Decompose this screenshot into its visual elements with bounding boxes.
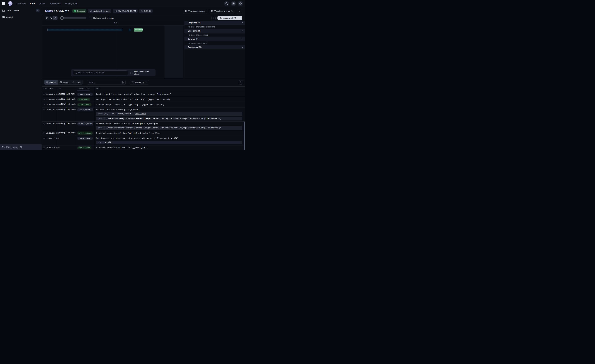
tab-stdout[interactable]: stdout: [58, 80, 70, 84]
zoom-slider[interactable]: [61, 16, 86, 20]
status-section-header[interactable]: Succeeded (1)▶: [184, 45, 245, 49]
run-tag-chip[interactable]: 0:00:01: [139, 9, 153, 13]
sidebar-item-job-default[interactable]: default: [0, 14, 42, 20]
reexecute-all-button[interactable]: Re-execute all (*): [218, 16, 238, 20]
column-header-event-type: EVENT TYPE: [76, 87, 94, 90]
run-header: Runs / a5347ef7 Success multiplied_numbe…: [42, 7, 245, 15]
breadcrumb-runs-link[interactable]: Runs: [45, 9, 53, 13]
nav-assets[interactable]: Assets: [39, 2, 46, 5]
metadata-key: asset_key: [96, 112, 110, 116]
reexecute-dropdown-button[interactable]: ▼: [238, 16, 242, 20]
event-timestamp: 5:12:11.240 PM: [42, 92, 57, 97]
run-tag-chip[interactable]: Mar 21, 5:12:10 PM: [113, 9, 137, 13]
metadata-entry: asset_keymultiplied_number [View Asset]: [96, 112, 242, 116]
event-type-cell: STEP_OUTPUT: [76, 102, 94, 107]
view-asset-link[interactable]: View Asset: [135, 113, 146, 115]
metadata-value: /Users/smackesey/stm/code/elementl/exper…: [105, 118, 223, 120]
chevron-down-icon: [238, 10, 240, 12]
gantt-marker: [129, 28, 131, 31]
gantt-step-bar[interactable]: multipli…: [134, 28, 142, 32]
nav-deployment[interactable]: Deployment: [65, 2, 77, 5]
metadata-entry: path/Users/smackesey/stm/code/elementl/e…: [96, 126, 242, 130]
event-row: 5:12:11.240 PMmultiplied_numberLOADED_IN…: [42, 92, 245, 97]
event-row: 5:12:11.266 PMmultiplied_numberSTEP_SUCC…: [42, 131, 245, 136]
panel-resize-button[interactable]: [211, 16, 216, 20]
gantt-chart[interactable]: 0.5s multipli… Hide unsele: [42, 21, 184, 78]
search-icon: [75, 72, 77, 74]
nav-overview[interactable]: Overview: [17, 2, 26, 5]
menu-icon[interactable]: [2, 2, 5, 5]
copy-icon[interactable]: [219, 118, 221, 120]
sidebar-item-repo[interactable]: 250321-dvers 1: [0, 7, 42, 14]
main-content: Runs / a5347ef7 Success multiplied_numbe…: [42, 7, 245, 150]
event-type-badge: STEP_OUTPUT: [77, 103, 92, 106]
breadcrumb-separator: /: [54, 9, 55, 13]
zoom-slider-handle[interactable]: [60, 16, 64, 20]
event-row: 5:12:11.253 PMmultiplied_numberASSET_MAT…: [42, 107, 245, 122]
tab-stderr[interactable]: stderr: [70, 80, 83, 84]
sidebar-footer: 250321-dvers: [0, 144, 42, 150]
view-asset-lineage-button[interactable]: View asset lineage: [183, 9, 207, 14]
hide-not-started-checkbox[interactable]: Hide not started steps: [90, 17, 114, 19]
events-expand-button[interactable]: [239, 80, 243, 84]
levels-filter-button[interactable]: Levels (5) ▼: [130, 80, 149, 85]
checkbox-icon[interactable]: [131, 72, 133, 74]
path-link[interactable]: /Users/smackesey/stm/code/elementl/exper…: [106, 118, 218, 120]
events-table-body: 5:12:11.240 PMmultiplied_numberLOADED_IN…: [42, 90, 245, 150]
event-type-cell: RUN_SUCCESS: [76, 146, 94, 150]
metadata-value: /Users/smackesey/stm/code/elementl/exper…: [105, 127, 223, 129]
run-more-actions-button[interactable]: [237, 9, 242, 14]
event-timestamp: 5:12:11.243 PM: [42, 97, 57, 102]
copy-icon[interactable]: [219, 127, 221, 129]
gantt-dependency-span: [47, 28, 122, 31]
job-name: default: [6, 16, 13, 18]
path-link[interactable]: /Users/smackesey/stm/code/elementl/exper…: [106, 127, 218, 129]
metadata-value: multiplied_number [View Asset]: [110, 113, 150, 115]
gantt-search-overlay: Hide unselected steps: [71, 69, 156, 76]
terminal-icon: [60, 81, 62, 84]
run-tag-chip[interactable]: multiplied_number: [88, 9, 111, 13]
waterfall-view-icon[interactable]: [49, 16, 53, 20]
step-search-box[interactable]: [73, 70, 128, 75]
view-mode-segmented-control: [45, 16, 57, 20]
checkbox-icon[interactable]: [90, 17, 92, 19]
folder-icon: [2, 146, 5, 148]
funnel-icon: [132, 81, 134, 84]
status-section-header[interactable]: Preparing (0)▼: [184, 21, 245, 25]
primary-nav: OverviewRunsAssetsAutomationDeployment: [17, 2, 77, 5]
status-section-header[interactable]: Errored (0)▼: [184, 37, 245, 41]
nav-automation[interactable]: Automation: [50, 2, 61, 5]
timer-icon: [141, 10, 143, 12]
nav-runs[interactable]: Runs: [30, 2, 35, 5]
dagster-logo-icon[interactable]: [8, 1, 13, 6]
log-filter-input[interactable]: [89, 81, 121, 84]
reload-icon[interactable]: [20, 146, 22, 148]
step-search-input[interactable]: [78, 72, 126, 74]
event-type-cell: STEP_INPUT: [76, 97, 94, 102]
column-header-op: OP: [57, 87, 76, 90]
view-tags-config-button[interactable]: View tags and config: [209, 9, 235, 14]
help-icon[interactable]: [231, 1, 236, 6]
zoom-slider-track[interactable]: [61, 17, 86, 19]
timed-view-icon[interactable]: [53, 16, 57, 20]
topnav-actions: [224, 1, 243, 6]
hide-unselected-checkbox[interactable]: Hide unselected steps: [131, 70, 154, 75]
events-scrollbar[interactable]: [244, 122, 245, 150]
flat-view-icon[interactable]: [45, 16, 49, 20]
status-section-body: No steps are waiting to execute: [184, 25, 245, 29]
event-timestamp: 5:12:11.266 PM: [42, 131, 57, 136]
tab-events[interactable]: Events: [44, 80, 58, 84]
event-op: multiplied_number: [57, 92, 76, 97]
clear-filter-icon[interactable]: [121, 81, 124, 84]
search-icon[interactable]: [224, 1, 229, 6]
triangle-down-icon: ▼: [241, 30, 243, 32]
status-section-header[interactable]: Executing (0)▼: [184, 29, 245, 33]
log-filter-box[interactable]: [87, 80, 126, 85]
settings-icon[interactable]: [238, 1, 243, 6]
metadata-key: path: [96, 117, 105, 120]
tag-icon: [211, 10, 213, 12]
event-timestamp: 5:12:11.411 PM: [42, 136, 57, 145]
status-section-body: No steps have errored: [184, 41, 245, 45]
event-info: Finished execution of run for "__ASSET_J…: [94, 146, 245, 150]
triangle-down-icon: ▼: [241, 22, 243, 23]
